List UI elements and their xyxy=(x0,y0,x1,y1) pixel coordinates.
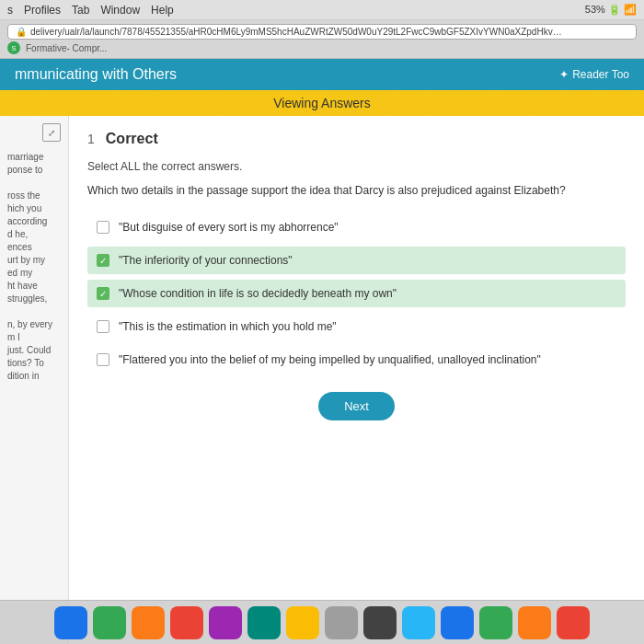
dock-icon-finder[interactable] xyxy=(54,606,87,639)
menu-item-apple[interactable]: s xyxy=(7,4,13,17)
browser-chrome: 🔒 delivery/ualr/la/launch/7878/45521355/… xyxy=(0,20,644,59)
tab-label: Formative- Compr... xyxy=(26,43,107,53)
answer-option: ✓ "Whose condition in life is so decided… xyxy=(87,280,626,307)
checkbox-opt2[interactable]: ✓ xyxy=(97,254,109,267)
menu-item-profiles[interactable]: Profiles xyxy=(24,4,61,17)
dock-icon-app1[interactable] xyxy=(402,606,435,639)
star-icon: ✦ xyxy=(559,68,569,81)
dock-icon-app5[interactable] xyxy=(557,606,590,639)
menu-bar: s Profiles Tab Window Help 53% 🔋 📶 xyxy=(0,0,644,20)
main-layout: ⤢ marriageponse toross thehich youaccord… xyxy=(0,116,644,644)
address-bar[interactable]: 🔒 delivery/ualr/la/launch/7878/45521355/… xyxy=(7,24,637,40)
dock-icon-app2[interactable] xyxy=(441,606,474,639)
reader-tool-button[interactable]: ✦ Reader Too xyxy=(559,68,629,81)
question-header: 1 Correct xyxy=(87,131,626,147)
menu-item-tab[interactable]: Tab xyxy=(72,4,89,17)
menu-item-help[interactable]: Help xyxy=(151,4,174,17)
address-text: delivery/ualr/la/launch/7878/45521355/aH… xyxy=(30,27,564,37)
dock xyxy=(0,600,644,644)
dock-icon-photos[interactable] xyxy=(286,606,319,639)
dock-icon-facetime[interactable] xyxy=(209,606,242,639)
dock-icon-settings[interactable] xyxy=(363,606,397,639)
checkbox-opt1[interactable] xyxy=(97,221,109,234)
checkbox-opt5[interactable] xyxy=(97,353,109,366)
answer-option: "But disguise of every sort is my abhorr… xyxy=(87,213,626,241)
dock-icon-music[interactable] xyxy=(325,606,358,639)
dock-icon-mail[interactable] xyxy=(170,606,203,639)
dock-icon-maps[interactable] xyxy=(247,606,281,639)
button-row: Next xyxy=(87,392,626,420)
option-text-5: "Flattered you into the belief of my bei… xyxy=(119,353,541,366)
question-number: 1 xyxy=(87,132,95,146)
banner-label: Viewing Answers xyxy=(273,96,371,110)
left-sidebar: ⤢ marriageponse toross thehich youaccord… xyxy=(0,116,69,644)
instruction-text: Select ALL the correct answers. xyxy=(87,160,626,173)
option-text-4: "This is the estimation in which you hol… xyxy=(119,320,337,333)
app-header: mmunicating with Others ✦ Reader Too xyxy=(0,59,644,90)
dock-icon-messages[interactable] xyxy=(93,606,126,639)
correct-badge: Correct xyxy=(106,131,158,147)
answer-option: ✓ "The inferiority of your connections" xyxy=(87,247,626,274)
answer-option: "Flattered you into the belief of my bei… xyxy=(87,346,626,374)
expand-icon[interactable]: ⤢ xyxy=(42,123,61,142)
checkbox-opt3[interactable]: ✓ xyxy=(97,287,109,300)
checkbox-opt4[interactable] xyxy=(97,320,109,333)
dock-icon-safari[interactable] xyxy=(132,606,165,639)
option-text-3: "Whose condition in life is so decidedly… xyxy=(119,287,397,300)
answer-option: "This is the estimation in which you hol… xyxy=(87,313,626,340)
app-title: mmunicating with Others xyxy=(15,66,177,83)
question-text: Which two details in the passage support… xyxy=(87,182,626,199)
dock-icon-app4[interactable] xyxy=(518,606,551,639)
menu-item-window[interactable]: Window xyxy=(100,4,140,17)
option-text-1: "But disguise of every sort is my abhorr… xyxy=(119,221,339,234)
viewing-answers-banner: Viewing Answers xyxy=(0,90,644,116)
option-text-2: "The inferiority of your connections" xyxy=(119,254,293,267)
reader-tool-label: Reader Too xyxy=(572,68,629,81)
next-button[interactable]: Next xyxy=(318,392,395,420)
dock-icon-app3[interactable] xyxy=(479,606,512,639)
sidebar-passage-text: marriageponse toross thehich youaccordin… xyxy=(7,151,61,383)
content-area: 1 Correct Select ALL the correct answers… xyxy=(69,116,644,644)
